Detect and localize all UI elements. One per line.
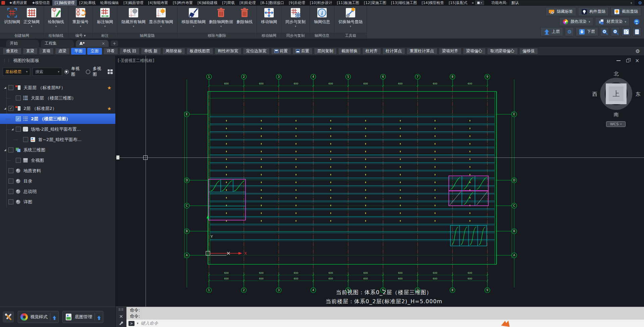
close-icon[interactable]: ×	[119, 314, 123, 319]
compass-east[interactable]: 东	[636, 91, 641, 97]
toolbar-button-21[interactable]: 梁墙偏心	[463, 48, 486, 55]
toolbar-button-4[interactable]: 平面	[71, 48, 86, 55]
visibility-checkbox[interactable]	[23, 137, 28, 142]
ribbon-button-move[interactable]: 移动轴网	[259, 7, 279, 28]
minimize-icon[interactable]	[616, 60, 621, 61]
restore-icon[interactable]	[626, 59, 629, 62]
expand-up-icon[interactable]	[53, 314, 56, 318]
add-tab-button[interactable]: +	[111, 41, 118, 46]
toolbar-button-15[interactable]: 层间复制	[314, 48, 337, 55]
ribbon-button-info[interactable]: i轴网信息	[312, 7, 332, 28]
close-icon[interactable]: ×	[635, 59, 639, 63]
ribbon-button-material[interactable]: 材质渲染▾	[595, 17, 630, 26]
visibility-checkbox[interactable]	[8, 199, 13, 204]
tree-item-4[interactable]: ◢场地-2层_暗柱平面布置...	[0, 124, 115, 134]
toolbar-button-2[interactable]: 直墙	[39, 48, 54, 55]
menu-item-2[interactable]: [1]轴线管理	[52, 0, 77, 6]
tree-item-7[interactable]: 全视图	[0, 155, 115, 166]
menu-item-1[interactable]: ★模型信息	[30, 0, 52, 6]
ribbon-button-renumber[interactable]: 1A重新编号▾	[71, 7, 90, 28]
panel-grip-icon[interactable]: ⋮⋮	[3, 58, 11, 63]
icon-button-gear[interactable]: ⚙	[565, 27, 574, 36]
view-cube-top-face[interactable]: 上	[606, 83, 627, 104]
toolbar-button-10[interactable]: 板虚线图层	[186, 48, 213, 55]
tools-button[interactable]	[3, 311, 14, 323]
toolbar-button-14[interactable]: 后置	[292, 48, 313, 55]
ribbon-button-grid-ortho[interactable]: 正交轴网▾	[22, 7, 41, 28]
customize-wrench-icon[interactable]	[119, 321, 123, 326]
compass-south[interactable]: 南	[614, 112, 619, 118]
star-icon[interactable]: ★	[107, 106, 111, 111]
single-view-radio[interactable]	[64, 70, 69, 74]
compass-north[interactable]: 北	[614, 71, 619, 77]
toolbar-button-11[interactable]: 刚性杆加宽	[215, 48, 241, 55]
ribbon-button-trash[interactable]: 删除轴网数据▾	[207, 7, 235, 28]
ribbon-button-draw-axis[interactable]: 1绘制轴线▾	[46, 7, 66, 28]
ribbon-button-down-arrow-box[interactable]: 下层	[576, 27, 598, 36]
menu-overflow-icon[interactable]: »	[470, 1, 475, 5]
tree-item-11[interactable]: 详图	[0, 197, 115, 207]
toolbar-button-17[interactable]: 柱对齐	[362, 48, 381, 55]
visibility-checkbox[interactable]	[16, 95, 21, 101]
tab-0[interactable]: 开始	[6, 40, 39, 47]
icon-button-earth[interactable]	[631, 17, 641, 26]
toolbar-button-6[interactable]: 详看	[103, 48, 118, 55]
ribbon-button-toggle[interactable]: 切换轴号显隐▾	[337, 7, 364, 28]
splitter-grip[interactable]	[116, 155, 119, 159]
menu-item-13[interactable]: [10]初步设计	[308, 0, 335, 6]
toolbar-button-19[interactable]: 重置柱计算点	[407, 48, 437, 55]
icon-button-zoom-out[interactable]	[611, 27, 620, 36]
menu-item-11[interactable]: [8-1]数据接口	[258, 0, 287, 6]
icon-button-panel-list[interactable]	[622, 27, 631, 36]
layout-select[interactable]: 默认▾	[509, 0, 635, 5]
close-icon[interactable]: ×	[102, 41, 105, 46]
toolbar-button-18[interactable]: 柱计算点	[382, 48, 405, 55]
floor-plan-drawing[interactable]: 6006006006006006006006006006006006006006…	[116, 56, 644, 307]
expander-icon[interactable]: ◢	[4, 107, 8, 110]
ribbon-button-broom[interactable]: 移除视图轴网▾	[180, 7, 207, 28]
ribbon-button-color-wheel[interactable]: 颜色渲染▾	[559, 17, 594, 26]
visual-style-button[interactable]: 视觉样式	[18, 311, 59, 323]
toolbar-button-13[interactable]: 前置	[271, 48, 291, 55]
ribbon-button-show-grid[interactable]: 显示所有轴网▾	[147, 7, 175, 28]
icon-button-zoom-in[interactable]	[600, 27, 609, 36]
menu-item-7[interactable]: [5]构件布置	[170, 0, 195, 6]
tree-item-2[interactable]: ◢2层 （标准层2）★	[0, 103, 115, 114]
ribbon-button-hide-grid[interactable]: 隐藏所有轴网▾	[120, 7, 147, 28]
tree-item-6[interactable]: ◢系统三维图	[0, 145, 115, 155]
tree-item-1[interactable]: 天面层 （楼层三维图）	[0, 93, 115, 103]
ribbon-button-up-arrow[interactable]: 上层	[540, 27, 563, 36]
menu-item-17[interactable]: [14]模型检查	[419, 0, 446, 6]
visibility-checkbox[interactable]	[8, 147, 13, 152]
menu-item-8[interactable]: [6]辅助建模	[195, 0, 220, 6]
visibility-checkbox[interactable]	[8, 85, 13, 90]
menu-item-18[interactable]: [15]装配式	[446, 0, 470, 6]
tab-1[interactable]: 工程集	[41, 40, 74, 47]
menu-item-0[interactable]: ★通用设置	[7, 0, 30, 6]
ribbon-button-tag-hide[interactable]: 隐藏标签	[545, 7, 576, 16]
visibility-checkbox[interactable]	[16, 116, 21, 121]
expander-icon[interactable]: ◢	[11, 128, 16, 131]
ribbon-button-bulb-box[interactable]: 截面显隐	[610, 7, 641, 16]
ribbon-button-dim-grid[interactable]: 标注轴网▾	[95, 7, 115, 28]
tree-item-5[interactable]: 首~2层_暗柱平面布...	[0, 134, 115, 145]
ribbon-button-trash[interactable]: 删除轴线	[235, 7, 254, 28]
ribbon-button-bulb-dark[interactable]: 构件显隐	[578, 7, 609, 16]
menu-item-12[interactable]: [9]后处理	[286, 0, 308, 6]
tab-2[interactable]: A*×	[76, 40, 109, 47]
ribbon-button-sync[interactable]: 同步与复制▾	[284, 7, 307, 28]
menu-item-15[interactable]: [12]梁施工图	[362, 0, 389, 6]
toolbar-button-1[interactable]: 直梁	[23, 48, 38, 55]
toolbar-button-7[interactable]: 单线 旧	[119, 48, 140, 55]
base-map-button[interactable]: 底图管理	[62, 311, 103, 323]
visibility-checkbox[interactable]	[8, 189, 13, 194]
toolbar-button-12[interactable]: 定位边加宽	[243, 48, 270, 55]
settings-gear-icon[interactable]: ⚙	[638, 0, 642, 5]
menu-item-9[interactable]: [7]荷载	[220, 0, 237, 6]
multiview-layout-icon[interactable]	[108, 69, 113, 74]
visibility-checkbox[interactable]	[16, 127, 21, 132]
toolbar-button-23[interactable]: 偏移值	[519, 48, 538, 55]
menu-panel-toggle[interactable]: ▾	[475, 1, 484, 5]
toolbar-button-0[interactable]: 垂直柱	[3, 48, 21, 55]
toolbar-gear-icon[interactable]: ⚙	[636, 48, 641, 54]
